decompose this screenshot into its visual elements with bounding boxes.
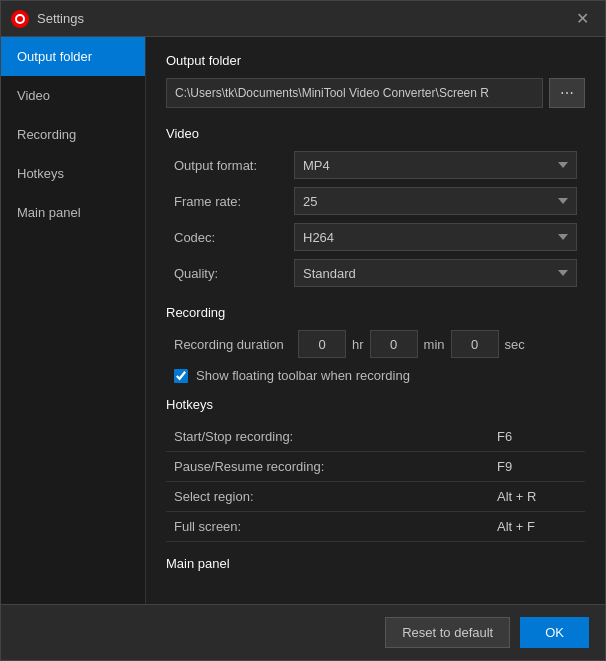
video-section: Video Output format: MP4 Frame rate: 25 … [166, 126, 585, 287]
sidebar-item-hotkeys[interactable]: Hotkeys [1, 154, 145, 193]
reset-button[interactable]: Reset to default [385, 617, 510, 648]
toolbar-checkbox-label[interactable]: Show floating toolbar when recording [196, 368, 410, 383]
start-stop-value: F6 [497, 429, 577, 444]
video-section-title: Video [166, 126, 585, 141]
folder-path-input[interactable] [166, 78, 543, 108]
window-title: Settings [37, 11, 84, 26]
sidebar-item-output-folder[interactable]: Output folder [1, 37, 145, 76]
app-icon [11, 10, 29, 28]
codec-label: Codec: [174, 230, 294, 245]
duration-sec-input[interactable] [451, 330, 499, 358]
codec-row: Codec: H264 [166, 223, 585, 251]
output-folder-section: Output folder ⋯ [166, 53, 585, 108]
recording-section: Recording Recording duration hr min sec … [166, 305, 585, 383]
hr-unit: hr [352, 337, 364, 352]
frame-rate-select[interactable]: 25 [294, 187, 577, 215]
frame-rate-row: Frame rate: 25 [166, 187, 585, 215]
browse-button[interactable]: ⋯ [549, 78, 585, 108]
start-stop-label: Start/Stop recording: [174, 429, 497, 444]
browse-icon: ⋯ [560, 85, 574, 101]
folder-row: ⋯ [166, 78, 585, 108]
duration-hr-input[interactable] [298, 330, 346, 358]
min-unit: min [424, 337, 445, 352]
settings-window: Settings ✕ Output folder Video Recording… [0, 0, 606, 661]
codec-select[interactable]: H264 [294, 223, 577, 251]
toolbar-checkbox-row: Show floating toolbar when recording [166, 368, 585, 383]
titlebar: Settings ✕ [1, 1, 605, 37]
select-region-value: Alt + R [497, 489, 577, 504]
pause-resume-label: Pause/Resume recording: [174, 459, 497, 474]
main-panel-area: Output folder ⋯ Video Output format: MP4 [146, 37, 605, 604]
toolbar-checkbox[interactable] [174, 369, 188, 383]
hotkey-row-start-stop: Start/Stop recording: F6 [166, 422, 585, 452]
output-format-select[interactable]: MP4 [294, 151, 577, 179]
ok-button[interactable]: OK [520, 617, 589, 648]
close-button[interactable]: ✕ [570, 9, 595, 29]
sec-unit: sec [505, 337, 525, 352]
hotkey-row-full-screen: Full screen: Alt + F [166, 512, 585, 542]
output-folder-title: Output folder [166, 53, 585, 68]
hotkey-row-pause-resume: Pause/Resume recording: F9 [166, 452, 585, 482]
hotkeys-section-title: Hotkeys [166, 397, 585, 412]
full-screen-label: Full screen: [174, 519, 497, 534]
sidebar-item-main-panel[interactable]: Main panel [1, 193, 145, 232]
sidebar: Output folder Video Recording Hotkeys Ma… [1, 37, 146, 604]
hotkeys-section: Hotkeys Start/Stop recording: F6 Pause/R… [166, 397, 585, 542]
duration-label: Recording duration [174, 337, 294, 352]
main-panel-title: Main panel [166, 556, 585, 571]
hotkey-row-select-region: Select region: Alt + R [166, 482, 585, 512]
frame-rate-label: Frame rate: [174, 194, 294, 209]
titlebar-left: Settings [11, 10, 84, 28]
select-region-label: Select region: [174, 489, 497, 504]
output-format-row: Output format: MP4 [166, 151, 585, 179]
quality-row: Quality: Standard [166, 259, 585, 287]
duration-row: Recording duration hr min sec [166, 330, 585, 358]
content-area: Output folder Video Recording Hotkeys Ma… [1, 37, 605, 604]
sidebar-item-video[interactable]: Video [1, 76, 145, 115]
quality-label: Quality: [174, 266, 294, 281]
main-panel-section: Main panel [166, 556, 585, 571]
svg-point-2 [17, 16, 23, 22]
footer: Reset to default OK [1, 604, 605, 660]
recording-section-title: Recording [166, 305, 585, 320]
full-screen-value: Alt + F [497, 519, 577, 534]
pause-resume-value: F9 [497, 459, 577, 474]
sidebar-item-recording[interactable]: Recording [1, 115, 145, 154]
quality-select[interactable]: Standard [294, 259, 577, 287]
output-format-label: Output format: [174, 158, 294, 173]
duration-min-input[interactable] [370, 330, 418, 358]
